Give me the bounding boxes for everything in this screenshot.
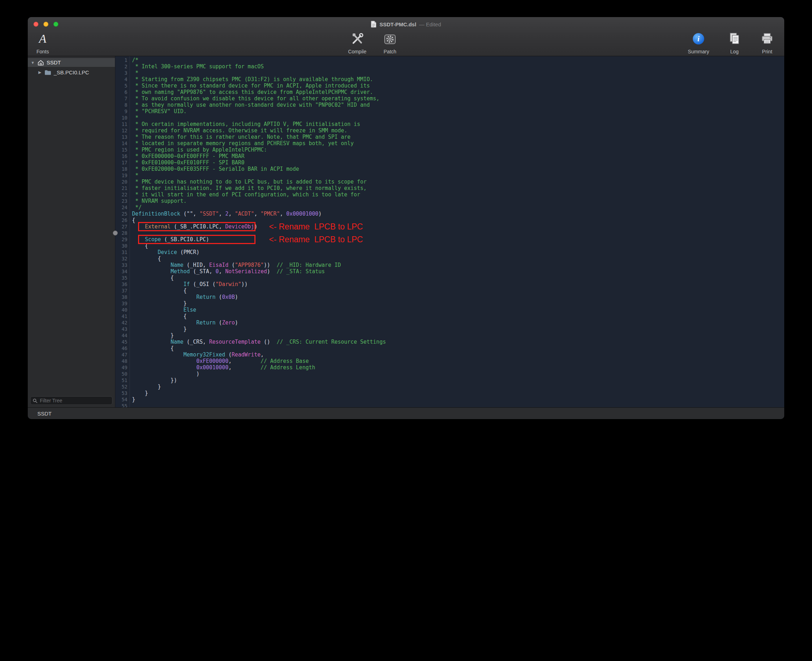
line-number: 42 [115,319,127,326]
code-line: * own naming "APP9876" to access this de… [132,89,784,95]
code-line: * 0xFE020000~0xFE035FFF - SerialIo BAR i… [132,166,784,172]
fonts-button[interactable]: A Fonts [30,30,56,55]
code-line: { [132,345,784,351]
code-line: * PMC device has nothing to do to LPC bu… [132,179,784,185]
line-number: 12 [115,127,127,134]
status-path: SSDT [37,410,51,417]
disclosure-right-icon[interactable]: ▶ [38,70,42,75]
line-number: 40 [115,307,127,313]
window-title: SSDT-PMC.dsl [379,21,416,27]
code-line: } [132,332,784,338]
print-button[interactable]: Print [756,30,778,55]
code-editor[interactable]: /* * Intel 300-series PMC support for ma… [130,56,784,408]
line-number: 34 [115,268,127,275]
line-number: 38 [115,294,127,300]
filter-field [30,396,112,405]
line-number: 4 [115,76,127,83]
code-line: { [132,217,784,224]
status-bar: SSDT [28,407,784,419]
code-line: Name (_CRS, ResourceTemplate () // _CRS:… [132,338,784,345]
code-line: 0xFE000000, // Address Base [132,358,784,364]
line-number: 36 [115,281,127,287]
toolbar-right-group: i Summary Log [685,30,778,55]
sidebar-item-label: _SB.PCI0.LPC [54,69,89,75]
code-line: DefinitionBlock ("", "SSDT", 2, "ACDT", … [132,211,784,217]
bookmark-marker [113,230,118,236]
code-line: * [132,70,784,76]
log-button[interactable]: Log [724,30,744,55]
code-line: */ [132,204,784,211]
code-line [132,230,784,236]
toolbar-label: Patch [384,49,396,55]
code-line: Else [132,307,784,313]
line-number: 14 [115,140,127,147]
log-pages-icon [727,30,742,47]
line-number: 16 [115,153,127,160]
code-line: If (_OSI ("Darwin")) [132,281,784,287]
code-line: { [132,313,784,319]
patch-button[interactable]: Patch [376,30,404,55]
toolbar-label: Log [730,49,738,55]
code-line: * Starting from Z390 chipsets PMC (D31:F… [132,76,784,83]
code-line: } [132,390,784,396]
line-number: 52 [115,383,127,390]
patch-gear-icon [383,30,397,47]
code-line: * Intel 300-series PMC support for macOS [132,63,784,70]
code-line: * The reason for this is rather unclear.… [132,134,784,140]
code-line: } [132,383,784,390]
title-row: SSDT-PMC.dsl — Edited [28,17,784,31]
code-line: * [132,172,784,179]
line-number: 24 [115,204,127,211]
line-number: 8 [115,102,127,108]
code-line: * On certain implementations, including … [132,121,784,127]
sidebar-item-sb-pci0-lpc[interactable]: ▶ _SB.PCI0.LPC [28,68,115,77]
line-number: 45 [115,338,127,345]
summary-button[interactable]: i Summary [685,30,712,55]
line-number: 23 [115,198,127,204]
line-number: 30 [115,243,127,249]
document-icon [371,21,376,28]
sidebar-item-ssdt[interactable]: ▼ SSDT [28,58,115,67]
code-line: { [132,275,784,281]
filter-input[interactable] [39,398,110,404]
line-number: 35 [115,275,127,281]
line-number: 15 [115,147,127,153]
code-line: } [132,326,784,332]
line-number: 46 [115,345,127,351]
line-number: 10 [115,115,127,121]
code-line: Memory32Fixed (ReadWrite, [132,351,784,358]
line-number: 48 [115,358,127,364]
code-line: Name (_HID, EisaId ("APP9876")) // _HID:… [132,262,784,268]
toolbar-label: Fonts [36,49,49,55]
code-line: { [132,255,784,262]
line-number: 11 [115,121,127,127]
line-number: 2 [115,63,127,70]
code-line: * located in separate memory regions and… [132,140,784,147]
code-line: External (_SB_.PCI0.LPC, DeviceObj) [132,224,784,230]
code-line: Scope (_SB.PCI0.LPC) [132,236,784,243]
compile-button[interactable]: Compile [341,30,374,55]
code-line: Method (_STA, 0, NotSerialized) // _STA:… [132,268,784,275]
code-line [132,403,784,408]
line-number: 19 [115,172,127,179]
code-line: { [132,243,784,249]
line-number: 26 [115,217,127,224]
fonts-icon: A [39,30,46,47]
line-number: 22 [115,192,127,198]
code-line: * as they normally use another non-stand… [132,102,784,108]
code-line: Return (Zero) [132,319,784,326]
code-line: * 0xFE010000~0xFE010FFF - SPI BAR0 [132,160,784,166]
print-icon [760,30,774,47]
code-line: * PMC region is used by AppleIntelPCHPMC… [132,147,784,153]
disclosure-down-icon[interactable]: ▼ [30,61,35,65]
line-number: 47 [115,351,127,358]
line-number: 25 [115,211,127,217]
compile-tools-icon [350,30,364,47]
line-number: 20 [115,179,127,185]
code-line: * required for NVRAM access. Otherwise i… [132,127,784,134]
code-line: }) [132,377,784,383]
code-line: Return (0x0B) [132,294,784,300]
line-number: 55 [115,403,127,408]
line-number: 1 [115,57,127,63]
line-number: 5 [115,83,127,89]
